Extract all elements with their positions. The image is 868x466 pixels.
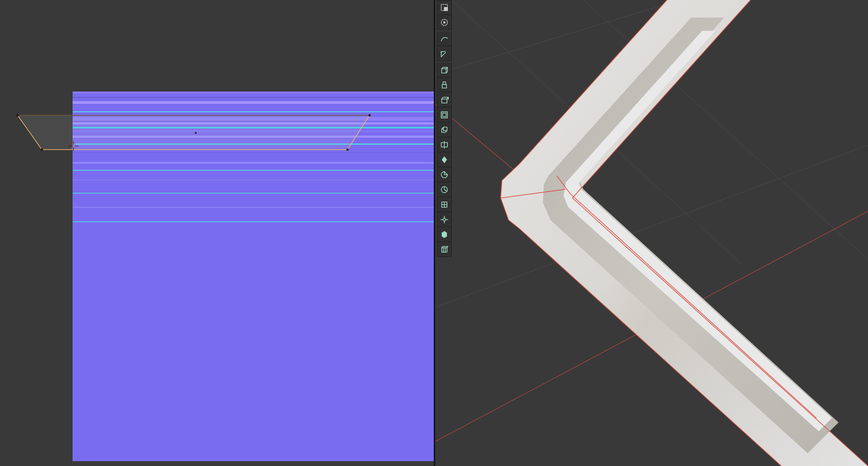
svg-rect-12	[444, 7, 448, 11]
loop-cut-icon[interactable]	[437, 137, 452, 152]
shrink-fatten-icon[interactable]	[437, 227, 452, 242]
knife-icon[interactable]	[437, 152, 452, 167]
uv-image-editor[interactable]	[0, 0, 434, 466]
svg-point-1	[17, 114, 19, 117]
add-cube-icon[interactable]	[437, 62, 452, 77]
smooth-icon[interactable]	[437, 197, 452, 212]
spin-icon[interactable]	[437, 182, 452, 197]
svg-rect-19	[443, 113, 446, 117]
rip-region-icon[interactable]	[437, 242, 452, 257]
panel-splitter[interactable]	[434, 0, 435, 466]
viewport-3d[interactable]	[434, 0, 868, 466]
svg-rect-16	[442, 84, 447, 88]
svg-point-4	[41, 149, 43, 151]
viewport-toolbar	[436, 0, 452, 257]
svg-rect-17	[443, 82, 446, 84]
extrude-region-icon[interactable]	[437, 77, 452, 92]
measure-icon[interactable]	[437, 46, 452, 61]
svg-point-26	[443, 218, 446, 221]
bevel-icon[interactable]	[437, 122, 452, 137]
extrude-normals-icon[interactable]	[437, 92, 452, 107]
normal-map-image	[73, 92, 434, 461]
circle-select-icon[interactable]	[437, 15, 452, 30]
svg-rect-18	[441, 112, 447, 118]
draw-curve-icon[interactable]	[437, 31, 452, 46]
edge-slide-icon[interactable]	[437, 212, 452, 227]
poly-build-icon[interactable]	[437, 167, 452, 182]
svg-point-14	[443, 21, 446, 23]
svg-marker-37	[501, 0, 868, 466]
rectangle-select-icon[interactable]	[437, 0, 452, 15]
inset-faces-icon[interactable]	[437, 107, 452, 122]
frame-mesh[interactable]	[501, 0, 868, 466]
